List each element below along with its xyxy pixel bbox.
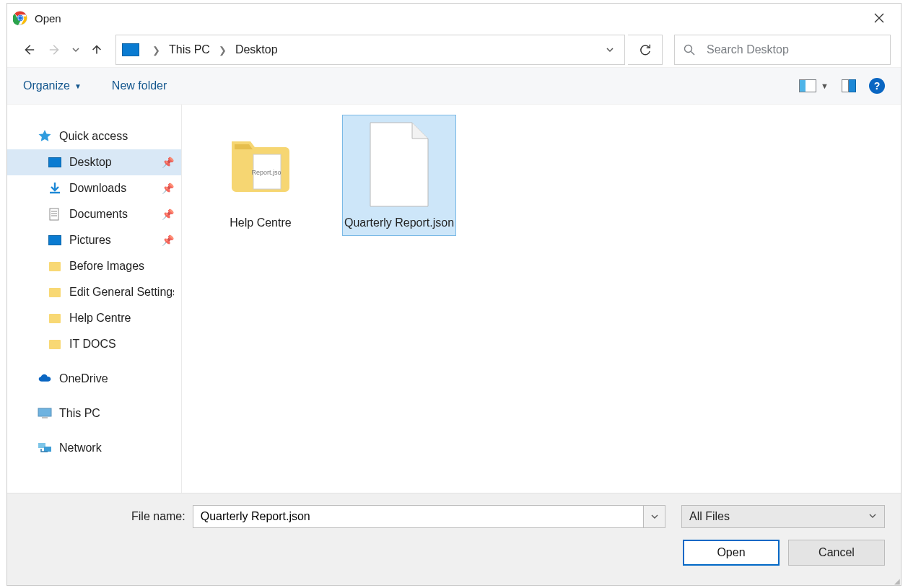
file-open-dialog: Open ❯ This PC ❯ Desktop Organize <box>6 3 902 586</box>
navigation-row: ❯ This PC ❯ Desktop <box>7 32 901 67</box>
onedrive-icon <box>38 372 52 386</box>
sidebar-item-help-centre[interactable]: Help Centre <box>7 305 181 331</box>
folder-icon <box>48 285 62 299</box>
svg-rect-9 <box>44 447 51 452</box>
svg-rect-7 <box>42 417 48 418</box>
svg-rect-6 <box>38 408 51 416</box>
svg-point-3 <box>18 16 22 19</box>
resize-grip[interactable]: ◢ <box>894 579 899 584</box>
nav-up-button[interactable] <box>85 38 108 61</box>
chevron-down-icon <box>868 510 877 523</box>
pictures-icon <box>48 233 62 247</box>
star-icon <box>38 129 52 144</box>
dialog-title: Open <box>35 12 61 25</box>
view-mode-button[interactable]: ▼ <box>799 79 829 92</box>
svg-point-4 <box>685 45 692 53</box>
download-icon <box>48 181 62 196</box>
titlebar: Open <box>7 4 901 32</box>
sidebar-network[interactable]: Network <box>7 435 181 461</box>
preview-pane-button[interactable] <box>842 79 856 92</box>
folder-item-help-centre[interactable]: Report.jso Help Centre <box>204 115 318 236</box>
this-pc-icon <box>38 406 52 421</box>
nav-recent-locations-button[interactable] <box>69 38 82 61</box>
file-type-filter-label: All Files <box>689 510 730 523</box>
chevron-right-icon[interactable]: ❯ <box>213 45 232 56</box>
breadcrumb-this-pc[interactable]: This PC <box>166 39 213 61</box>
organize-label: Organize <box>23 79 70 92</box>
toolbar: Organize ▼ New folder ▼ ? <box>7 67 901 105</box>
chevron-right-icon[interactable]: ❯ <box>147 45 166 56</box>
file-icon <box>363 121 435 208</box>
network-icon <box>38 441 52 455</box>
filename-input[interactable] <box>193 505 644 528</box>
pin-icon: 📌 <box>162 157 174 168</box>
new-folder-button[interactable]: New folder <box>112 79 167 92</box>
svg-rect-5 <box>50 209 58 220</box>
organize-button[interactable]: Organize ▼ <box>23 79 82 92</box>
view-mode-icon <box>799 79 816 92</box>
nav-tree: Quick access Desktop 📌 Downloads 📌 Docum… <box>7 105 182 493</box>
refresh-button[interactable] <box>628 35 663 65</box>
help-button[interactable]: ? <box>869 78 885 94</box>
folder-icon: Report.jso <box>224 121 297 208</box>
filename-label: File name: <box>131 510 185 523</box>
address-bar[interactable]: ❯ This PC ❯ Desktop <box>115 35 625 65</box>
nav-forward-button[interactable] <box>43 38 66 61</box>
search-input[interactable] <box>705 43 881 57</box>
filename-dropdown-button[interactable] <box>644 505 665 528</box>
documents-icon <box>48 207 62 221</box>
chevron-down-icon: ▼ <box>821 82 829 90</box>
file-list[interactable]: Report.jso Help Centre Quarterly Report.… <box>182 105 901 493</box>
pin-icon: 📌 <box>162 183 174 194</box>
desktop-icon <box>48 155 62 170</box>
svg-text:Report.jso: Report.jso <box>251 169 281 176</box>
nav-back-button[interactable] <box>17 38 40 61</box>
file-item-quarterly-report[interactable]: Quarterly Report.json <box>342 115 456 236</box>
pin-icon: 📌 <box>162 234 174 246</box>
file-label: Quarterly Report.json <box>344 215 454 231</box>
sidebar-item-before-images[interactable]: Before Images <box>7 253 181 279</box>
search-icon <box>684 44 695 56</box>
open-button[interactable]: Open <box>683 540 780 566</box>
sidebar-item-desktop[interactable]: Desktop 📌 <box>7 149 181 175</box>
search-box[interactable] <box>674 35 891 65</box>
folder-icon <box>48 337 62 351</box>
sidebar-item-it-docs[interactable]: IT DOCS <box>7 331 181 357</box>
sidebar-item-documents[interactable]: Documents 📌 <box>7 201 181 227</box>
sidebar-onedrive[interactable]: OneDrive <box>7 366 181 392</box>
sidebar-quick-access[interactable]: Quick access <box>7 123 181 149</box>
folder-icon <box>48 259 62 273</box>
chevron-down-icon: ▼ <box>74 82 82 90</box>
this-pc-icon <box>122 43 139 56</box>
pin-icon: 📌 <box>162 209 174 220</box>
close-button[interactable] <box>863 6 895 30</box>
breadcrumb-desktop[interactable]: Desktop <box>232 39 281 61</box>
cancel-button[interactable]: Cancel <box>788 540 885 566</box>
sidebar-item-pictures[interactable]: Pictures 📌 <box>7 227 181 253</box>
dialog-footer: File name: All Files Open Cancel ◢ <box>7 493 901 585</box>
sidebar-item-edit-general-settings[interactable]: Edit General Settings <box>7 279 181 305</box>
chrome-icon <box>13 11 27 25</box>
sidebar-this-pc[interactable]: This PC <box>7 400 181 426</box>
address-dropdown-button[interactable] <box>595 45 624 54</box>
sidebar-item-downloads[interactable]: Downloads 📌 <box>7 175 181 201</box>
folder-label: Help Centre <box>230 215 291 231</box>
dialog-body: Quick access Desktop 📌 Downloads 📌 Docum… <box>7 105 901 493</box>
folder-icon <box>48 311 62 325</box>
file-type-filter[interactable]: All Files <box>681 505 885 528</box>
